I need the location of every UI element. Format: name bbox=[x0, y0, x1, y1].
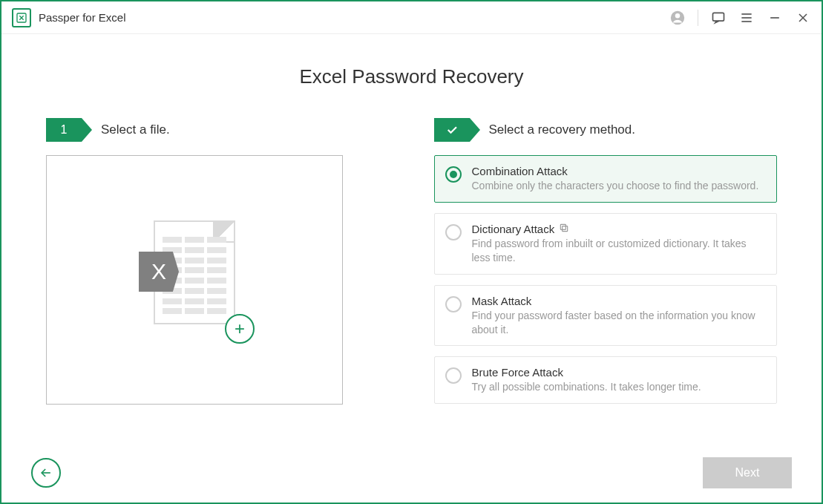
method-title: Mask Attack bbox=[472, 295, 767, 307]
method-title: Brute Force Attack bbox=[472, 366, 701, 379]
method-list: Combination Attack Combine only the char… bbox=[434, 155, 778, 404]
page-title: Excel Password Recovery bbox=[1, 65, 822, 88]
radio-icon bbox=[445, 367, 462, 384]
footer: Next bbox=[1, 443, 822, 503]
add-file-icon: + bbox=[225, 314, 255, 344]
feedback-icon[interactable] bbox=[710, 10, 727, 26]
titlebar-divider bbox=[698, 10, 698, 26]
excel-file-icon: X + bbox=[139, 220, 250, 339]
app-window: Passper for Excel Excel Password Recover… bbox=[0, 0, 823, 504]
method-title: Dictionary Attack bbox=[472, 223, 767, 235]
titlebar: Passper for Excel bbox=[1, 1, 822, 34]
main-content: 1 Select a file. bbox=[1, 88, 822, 443]
method-brute-force-attack[interactable]: Brute Force Attack Try all possible comb… bbox=[434, 356, 778, 404]
copy-icon[interactable] bbox=[559, 223, 569, 235]
back-button[interactable] bbox=[31, 458, 61, 488]
method-combination-attack[interactable]: Combination Attack Combine only the char… bbox=[434, 155, 778, 203]
file-dropzone[interactable]: X + bbox=[46, 155, 343, 405]
account-icon[interactable] bbox=[669, 10, 686, 26]
method-desc: Try all possible combinations. It takes … bbox=[472, 380, 701, 394]
svg-rect-10 bbox=[563, 226, 568, 232]
method-mask-attack[interactable]: Mask Attack Find your password faster ba… bbox=[434, 285, 778, 347]
app-title: Passper for Excel bbox=[39, 11, 126, 24]
svg-rect-11 bbox=[561, 224, 566, 229]
method-dictionary-attack[interactable]: Dictionary Attack Find password from inb… bbox=[434, 213, 778, 275]
minimize-button[interactable] bbox=[767, 10, 783, 26]
step2-label: Select a recovery method. bbox=[489, 122, 635, 137]
radio-icon bbox=[445, 296, 462, 312]
close-button[interactable] bbox=[795, 10, 811, 26]
excel-x-icon: X bbox=[139, 252, 179, 292]
svg-point-2 bbox=[675, 13, 680, 18]
method-desc: Find password from inbuilt or customized… bbox=[472, 237, 767, 265]
step2-badge bbox=[434, 118, 470, 142]
method-desc: Find your password faster based on the i… bbox=[472, 309, 767, 337]
radio-icon bbox=[445, 166, 462, 183]
step1-header: 1 Select a file. bbox=[46, 118, 390, 142]
next-button[interactable]: Next bbox=[703, 457, 792, 488]
method-select-column: Select a recovery method. Combination At… bbox=[434, 118, 778, 443]
step1-label: Select a file. bbox=[101, 122, 170, 137]
method-title: Combination Attack bbox=[472, 165, 759, 177]
step2-header: Select a recovery method. bbox=[434, 118, 778, 142]
radio-icon bbox=[445, 224, 462, 240]
menu-icon[interactable] bbox=[738, 10, 755, 26]
svg-rect-3 bbox=[713, 13, 724, 21]
step1-badge: 1 bbox=[46, 118, 82, 142]
method-desc: Combine only the characters you choose t… bbox=[472, 179, 759, 193]
app-logo-icon bbox=[12, 8, 31, 27]
file-select-column: 1 Select a file. bbox=[46, 118, 390, 443]
